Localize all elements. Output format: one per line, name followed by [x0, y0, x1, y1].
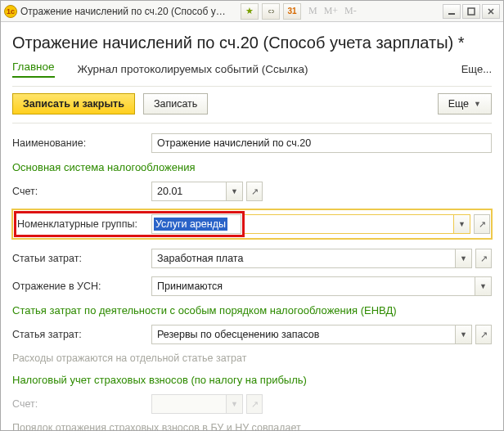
minimize-button[interactable]	[443, 4, 461, 19]
nomenclature-open-button[interactable]: ↗	[474, 214, 490, 234]
profit-hint: Порядок отражения страховых взносов в БУ…	[12, 422, 492, 431]
m-minus-button[interactable]: M-	[342, 3, 359, 19]
usn-dropdown-button[interactable]: ▼	[475, 276, 492, 296]
tab-main[interactable]: Главное	[12, 61, 55, 78]
cost-items-dropdown-button[interactable]: ▼	[456, 249, 472, 268]
section-main-tax: Основная система налогообложения	[12, 161, 492, 173]
label-name: Наименование:	[12, 137, 151, 149]
more-button-label: Еще	[448, 98, 469, 110]
profit-account-input	[151, 394, 227, 414]
nomenclature-dropdown-button[interactable]: ▼	[454, 214, 470, 234]
nomenclature-groups-continuation[interactable]	[245, 214, 454, 234]
envd-item-input[interactable]: Резервы по обесценению запасов	[151, 325, 456, 344]
label-cost-items: Статьи затрат:	[12, 253, 151, 264]
envd-hint: Расходы отражаются на отдельной статье з…	[12, 352, 492, 364]
profit-account-open-button: ↗	[246, 394, 263, 414]
more-button[interactable]: Еще▼	[438, 93, 492, 114]
row-nomenclature-groups: Номенклатурные группы: Услуги аренды ▼ ↗	[12, 209, 492, 239]
nomenclature-groups-input[interactable]: Услуги аренды	[151, 214, 241, 234]
favorites-icon[interactable]: ★	[241, 3, 259, 20]
highlight-box: Номенклатурные группы: Услуги аренды	[14, 211, 245, 237]
section-profit-tax: Налоговый учет страховых взносов (по нал…	[12, 374, 492, 386]
link-icon[interactable]	[262, 3, 280, 20]
label-envd-item: Статья затрат:	[12, 329, 151, 340]
label-account: Счет:	[12, 186, 151, 197]
write-button[interactable]: Записать	[143, 93, 208, 114]
command-bar: Записать и закрыть Записать Еще▼	[12, 86, 492, 123]
app-icon: 1c	[4, 5, 17, 18]
calendar-icon[interactable]: 31	[283, 3, 301, 20]
svg-rect-0	[448, 13, 455, 15]
tab-journal[interactable]: Журнал протоколируемых событий (Ссылка)	[78, 63, 308, 75]
envd-item-open-button[interactable]: ↗	[475, 325, 492, 344]
tab-more[interactable]: Еще...	[461, 63, 492, 75]
row-usn: Отражение в УСН: Принимаются ▼	[12, 276, 492, 296]
section-envd: Статья затрат по деятельности с особым п…	[12, 304, 492, 317]
row-account: Счет: 20.01 ▼ ↗	[12, 182, 492, 201]
cost-items-open-button[interactable]: ↗	[475, 249, 492, 268]
row-envd-item: Статья затрат: Резервы по обесценению за…	[12, 325, 492, 344]
account-dropdown-button[interactable]: ▼	[227, 182, 243, 201]
account-input[interactable]: 20.01	[151, 182, 227, 201]
memory-buttons: M M+ M-	[306, 3, 359, 19]
svg-rect-1	[468, 8, 475, 15]
window-title: Отражение начислений по сч.20 (Способ уч…	[20, 6, 229, 17]
maximize-button[interactable]	[462, 4, 480, 19]
profit-account-dropdown-button: ▼	[227, 394, 243, 414]
label-profit-account: Счет:	[12, 398, 151, 410]
content-area: Отражение начислений по сч.20 (Способ уч…	[1, 22, 503, 431]
usn-input[interactable]: Принимаются	[151, 276, 475, 296]
account-open-button[interactable]: ↗	[246, 182, 263, 201]
close-button[interactable]	[482, 4, 500, 19]
nomenclature-groups-value: Услуги аренды	[154, 218, 227, 231]
title-bar: 1c Отражение начислений по сч.20 (Способ…	[1, 1, 503, 22]
label-usn: Отражение в УСН:	[12, 281, 151, 292]
m-plus-button[interactable]: M+	[322, 3, 340, 19]
nav-tabs: Главное Журнал протоколируемых событий (…	[12, 61, 492, 78]
name-input[interactable]: Отражение начислений по сч.20	[151, 133, 492, 153]
chevron-down-icon: ▼	[474, 100, 481, 108]
row-name: Наименование: Отражение начислений по сч…	[12, 133, 492, 153]
row-cost-items: Статьи затрат: Заработная плата ▼ ↗	[12, 249, 492, 268]
envd-item-dropdown-button[interactable]: ▼	[456, 325, 472, 344]
row-profit-account: Счет: ▼ ↗	[12, 394, 492, 414]
page-title: Отражение начислений по сч.20 (Способ уч…	[12, 34, 492, 52]
label-nomenclature-groups: Номенклатурные группы:	[17, 218, 151, 230]
cost-items-input[interactable]: Заработная плата	[151, 249, 456, 268]
m-button[interactable]: M	[306, 3, 320, 19]
write-and-close-button[interactable]: Записать и закрыть	[12, 93, 135, 114]
